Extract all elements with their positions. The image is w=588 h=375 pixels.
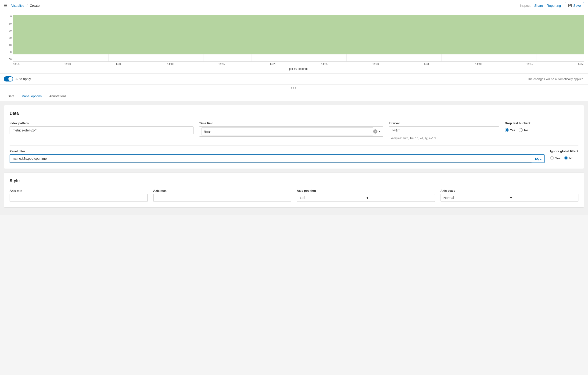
axis-position-select[interactable]: Left ▼: [297, 194, 435, 202]
axis-max-group: Axis max: [153, 189, 291, 202]
drop-no-label[interactable]: No: [519, 128, 528, 132]
chart-container: 60 50 40 30 20 10 0: [0, 11, 588, 73]
x-label-1435: 14:35: [424, 62, 430, 65]
ignore-no-label[interactable]: No: [564, 156, 573, 160]
reporting-button[interactable]: Reporting: [547, 4, 561, 8]
header-actions: Inspect Share Reporting 💾 Save: [520, 2, 584, 9]
time-field-input[interactable]: time: [201, 128, 373, 135]
chart-green-area: [13, 15, 584, 54]
y-axis-label-40: 40: [4, 44, 12, 46]
axis-max-input[interactable]: [153, 194, 291, 202]
style-card: Style Axis min Axis max Axis position Le…: [4, 172, 584, 208]
chevron-down-icon[interactable]: ▼: [378, 130, 381, 133]
breadcrumb-current: Create: [30, 4, 40, 8]
ignore-global-filter-label: Ignore global filter?: [550, 150, 578, 153]
inspect-button[interactable]: Inspect: [520, 4, 531, 8]
ignore-no-radio[interactable]: [564, 156, 568, 160]
panel-filter-row: Panel filter name:k8s.pod.cpu.time DQL I…: [10, 150, 578, 163]
clear-time-field-icon[interactable]: ✕: [373, 129, 378, 133]
chart-plot-area: [13, 15, 584, 62]
y-axis-label-20: 20: [4, 29, 12, 32]
x-label-1410: 14:10: [167, 62, 174, 65]
interval-group: Interval >=1m Examples: auto, 1m, 1d, 7d…: [389, 122, 499, 140]
x-label-1405: 14:05: [116, 62, 122, 65]
x-label-1425: 14:25: [321, 62, 328, 65]
data-card: Data Index pattern metrics-otel-v1-* Tim…: [4, 105, 584, 169]
interval-label: Interval: [389, 122, 499, 125]
time-field-icons: ✕ ▼: [373, 129, 381, 133]
x-label-1355: 13:55: [13, 62, 20, 65]
auto-apply-toggle[interactable]: [4, 76, 13, 81]
chart-y-axis: 60 50 40 30 20 10 0: [4, 15, 13, 62]
three-dots-button[interactable]: •••: [0, 84, 588, 91]
x-label-1430: 14:30: [373, 62, 379, 65]
breadcrumb: Visualize / Create: [11, 4, 520, 8]
ignore-global-filter-radio-group: Yes No: [550, 156, 578, 160]
save-icon: 💾: [568, 4, 572, 7]
axis-position-chevron-icon: ▼: [366, 196, 432, 200]
save-button[interactable]: 💾 Save: [565, 2, 584, 9]
chart-x-label: per 60 seconds: [4, 66, 584, 73]
y-axis-label-30: 30: [4, 36, 12, 39]
style-card-title: Style: [10, 178, 578, 183]
ignore-global-filter-group: Ignore global filter? Yes No: [550, 150, 578, 160]
x-label-1400: 14:00: [64, 62, 71, 65]
breadcrumb-parent[interactable]: Visualize: [11, 4, 24, 8]
style-form-row: Axis min Axis max Axis position Left ▼ A…: [10, 189, 578, 202]
content-area: Data Index pattern metrics-otel-v1-* Tim…: [0, 101, 588, 215]
interval-hint: Examples: auto, 1m, 1d, 7d, 1y, >=1m: [389, 137, 499, 140]
axis-scale-value: Normal: [444, 196, 509, 200]
drop-no-radio[interactable]: [519, 128, 523, 132]
axis-scale-label: Axis scale: [441, 189, 579, 193]
panel-filter-label: Panel filter: [10, 150, 545, 153]
axis-scale-chevron-icon: ▼: [509, 196, 575, 200]
ignore-yes-label[interactable]: Yes: [550, 156, 560, 160]
chart-x-axis: 13:55 14:00 14:05 14:10 14:15 14:20 14:2…: [4, 62, 584, 66]
dql-button[interactable]: DQL: [532, 155, 544, 162]
tab-panel-options[interactable]: Panel options: [18, 91, 46, 101]
axis-max-label: Axis max: [153, 189, 291, 193]
panel-filter-group: Panel filter name:k8s.pod.cpu.time DQL: [10, 150, 545, 163]
drop-yes-radio[interactable]: [505, 128, 509, 132]
panel-filter-input[interactable]: name:k8s.pod.cpu.time: [10, 155, 532, 162]
auto-apply-label: Auto apply: [15, 77, 31, 81]
axis-min-input[interactable]: [10, 194, 148, 202]
x-label-1450: 14:50: [578, 62, 584, 65]
drop-last-bucket-label: Drop last bucket?: [505, 122, 578, 125]
tab-annotations[interactable]: Annotations: [45, 91, 70, 101]
share-button[interactable]: Share: [534, 4, 543, 8]
axis-min-group: Axis min: [10, 189, 148, 202]
chart-wrapper: 60 50 40 30 20 10 0: [4, 15, 584, 62]
time-field-wrapper: time ✕ ▼: [199, 126, 383, 137]
data-form-row-1: Index pattern metrics-otel-v1-* Time fie…: [10, 122, 578, 140]
tab-data[interactable]: Data: [4, 91, 18, 101]
axis-position-value: Left: [300, 196, 366, 200]
breadcrumb-separator: /: [27, 4, 28, 8]
ignore-yes-radio[interactable]: [550, 156, 554, 160]
tabs-bar: Data Panel options Annotations: [0, 91, 588, 101]
axis-position-group: Axis position Left ▼: [297, 189, 435, 202]
y-axis-label-60: 60: [4, 58, 12, 61]
index-pattern-group: Index pattern metrics-otel-v1-*: [10, 122, 193, 134]
drop-last-bucket-radio-group: Yes No: [505, 128, 578, 132]
axis-position-label: Axis position: [297, 189, 435, 193]
interval-input[interactable]: >=1m: [389, 126, 499, 134]
data-card-title: Data: [10, 111, 578, 116]
filter-input-wrapper: name:k8s.pod.cpu.time DQL: [10, 154, 545, 163]
y-axis-label-50: 50: [4, 51, 12, 53]
axis-scale-select[interactable]: Normal ▼: [441, 194, 579, 202]
auto-apply-hint: The changes will be automatically applie…: [527, 77, 584, 81]
y-axis-label-0: 0: [4, 15, 12, 18]
drop-last-bucket-group: Drop last bucket? Yes No: [505, 122, 578, 132]
menu-icon[interactable]: ☰: [4, 3, 8, 8]
app-header: ☰ Visualize / Create Inspect Share Repor…: [0, 0, 588, 11]
auto-apply-bar: Auto apply The changes will be automatic…: [0, 73, 588, 84]
x-label-1440: 14:40: [475, 62, 482, 65]
time-field-group: Time field time ✕ ▼: [199, 122, 383, 137]
drop-yes-label[interactable]: Yes: [505, 128, 515, 132]
main-content: 60 50 40 30 20 10 0: [0, 11, 588, 215]
axis-scale-group: Axis scale Normal ▼: [441, 189, 579, 202]
index-pattern-label: Index pattern: [10, 122, 193, 125]
index-pattern-input[interactable]: metrics-otel-v1-*: [10, 126, 193, 134]
axis-min-label: Axis min: [10, 189, 148, 193]
